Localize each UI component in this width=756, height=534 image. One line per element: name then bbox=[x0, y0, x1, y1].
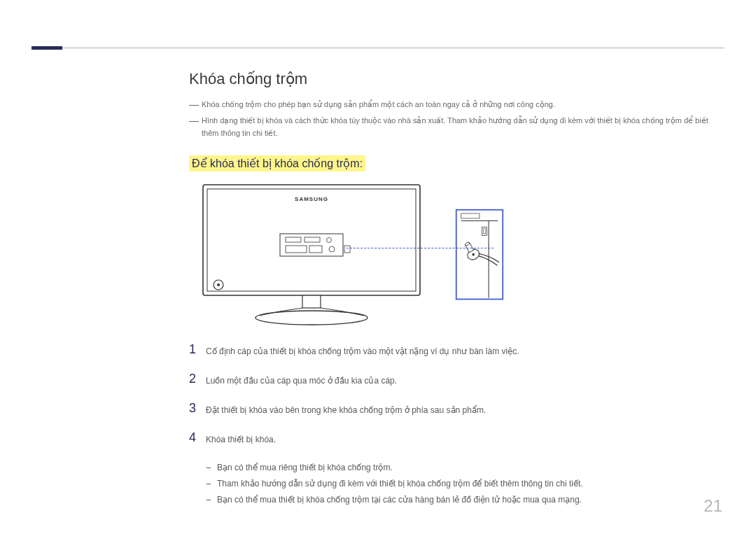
note-line: ― Khóa chống trộm cho phép bạn sử dụng s… bbox=[189, 98, 721, 111]
step-number: 2 bbox=[189, 372, 206, 386]
bullet-item: ‒ Tham khảo hướng dẫn sử dụng đi kèm với… bbox=[206, 476, 721, 492]
svg-rect-15 bbox=[456, 210, 503, 300]
svg-point-6 bbox=[327, 238, 332, 243]
sub-bullets: ‒ Bạn có thể mua riêng thiết bị khóa chố… bbox=[206, 460, 721, 507]
svg-rect-7 bbox=[286, 246, 307, 253]
bullet-text: Bạn có thể mua thiết bị khóa chống trộm … bbox=[217, 492, 582, 508]
header-divider bbox=[31, 48, 724, 48]
step-text: Cố định cáp của thiết bị khóa chống trộm… bbox=[206, 342, 519, 358]
step-text: Khóa thiết bị khóa. bbox=[206, 430, 276, 446]
svg-point-12 bbox=[217, 283, 220, 286]
svg-rect-16 bbox=[461, 213, 479, 218]
step-item: 2 Luồn một đầu của cáp qua móc ở đầu kia… bbox=[189, 372, 721, 387]
note-line: ― Hình dạng thiết bị khóa và cách thức k… bbox=[189, 114, 721, 140]
step-number: 4 bbox=[189, 430, 206, 445]
svg-rect-10 bbox=[344, 246, 350, 253]
dash-icon: ― bbox=[189, 98, 199, 111]
step-item: 3 Đặt thiết bị khóa vào bên trong khe kh… bbox=[189, 401, 721, 416]
step-item: 4 Khóa thiết bị khóa. bbox=[189, 430, 721, 446]
lock-detail-diagram bbox=[455, 209, 504, 300]
svg-rect-20 bbox=[483, 229, 486, 234]
step-number: 3 bbox=[189, 401, 206, 416]
page-content: Khóa chống trộm ― Khóa chống trộm cho ph… bbox=[189, 70, 721, 507]
bullet-item: ‒ Bạn có thể mua riêng thiết bị khóa chố… bbox=[206, 460, 721, 476]
page-number: 21 bbox=[704, 496, 722, 516]
subsection-title: Để khóa thiết bị khóa chống trộm: bbox=[189, 155, 365, 171]
section-title: Khóa chống trộm bbox=[189, 70, 721, 88]
note-text: Khóa chống trộm cho phép bạn sử dụng sản… bbox=[202, 98, 555, 111]
svg-rect-4 bbox=[286, 237, 301, 242]
bullet-text: Tham khảo hướng dẫn sử dụng đi kèm với t… bbox=[217, 476, 583, 492]
svg-rect-8 bbox=[309, 246, 322, 253]
svg-rect-13 bbox=[302, 295, 321, 308]
svg-point-9 bbox=[329, 246, 335, 252]
svg-rect-5 bbox=[304, 237, 320, 242]
dash-icon: ― bbox=[189, 114, 199, 127]
monitor-diagram: SAMSUNG bbox=[189, 181, 434, 328]
diagram-row: SAMSUNG bbox=[189, 181, 721, 328]
bullet-item: ‒ Bạn có thể mua thiết bị khóa chống trộ… bbox=[206, 492, 721, 508]
steps-list: 1 Cố định cáp của thiết bị khóa chống tr… bbox=[189, 342, 721, 507]
step-text: Đặt thiết bị khóa vào bên trong khe khóa… bbox=[206, 401, 486, 416]
step-item: 1 Cố định cáp của thiết bị khóa chống tr… bbox=[189, 342, 721, 358]
bullet-dash-icon: ‒ bbox=[206, 460, 217, 476]
step-number: 1 bbox=[189, 342, 206, 357]
bullet-dash-icon: ‒ bbox=[206, 492, 217, 508]
bullet-text: Bạn có thể mua riêng thiết bị khóa chống… bbox=[217, 460, 393, 476]
connector-line bbox=[346, 248, 493, 248]
header-accent bbox=[31, 46, 62, 50]
bullet-dash-icon: ‒ bbox=[206, 476, 217, 492]
note-text: Hình dạng thiết bị khóa và cách thức khó… bbox=[202, 114, 721, 140]
step-text: Luồn một đầu của cáp qua móc ở đầu kia c… bbox=[206, 372, 397, 387]
svg-text:SAMSUNG: SAMSUNG bbox=[295, 196, 328, 202]
